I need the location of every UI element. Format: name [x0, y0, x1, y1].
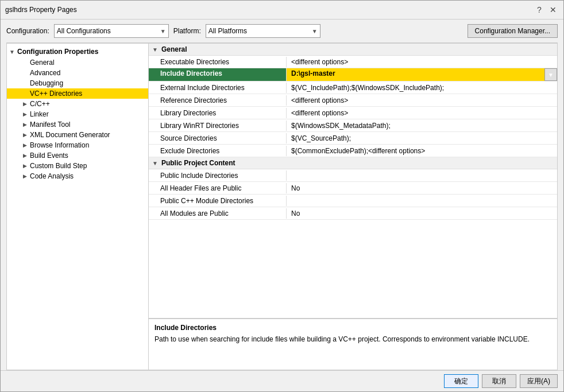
xml-doc-expander: ▶	[23, 132, 30, 138]
prop-value-lib-winrt-dirs: $(WindowsSDK_MetadataPath);	[287, 121, 557, 131]
manifest-expander: ▶	[23, 122, 30, 127]
left-panel: ▼ Configuration Properties General Advan…	[6, 43, 149, 370]
browse-info-expander: ▶	[23, 142, 30, 148]
sidebar-item-debugging[interactable]: Debugging	[7, 78, 148, 88]
main-content: ▼ Configuration Properties General Advan…	[6, 42, 558, 370]
toolbar: Configuration: All Configurations ▼ Plat…	[1, 20, 563, 42]
cpp-expander: ▶	[23, 101, 30, 107]
dialog-title: gslhdrs Property Pages	[5, 6, 77, 14]
prop-row-excl-dirs[interactable]: Exclude Directories $(CommonExcludePath)…	[149, 145, 557, 157]
sidebar-item-linker[interactable]: ▶ Linker	[7, 109, 148, 119]
prop-row-ext-include[interactable]: External Include Directories $(VC_Includ…	[149, 81, 557, 94]
platform-select[interactable]: All Platforms ▼	[206, 24, 320, 38]
prop-row-ref-dirs[interactable]: Reference Directories <different options…	[149, 94, 557, 107]
bottom-bar: 确定 取消 应用(A)	[1, 370, 563, 391]
sidebar-item-advanced[interactable]: Advanced	[7, 68, 148, 78]
prop-name-lib-winrt-dirs: Library WinRT Directories	[149, 121, 287, 131]
prop-value-ref-dirs: <different options>	[287, 95, 557, 106]
sidebar-item-cpp[interactable]: ▶ C/C++	[7, 99, 148, 109]
linker-expander: ▶	[23, 111, 30, 117]
config-select-arrow: ▼	[160, 28, 166, 34]
prop-name-excl-dirs: Exclude Directories	[149, 146, 287, 156]
prop-row-include-dirs[interactable]: Include Directories D:\gsl-master ▼	[149, 68, 557, 81]
prop-row-src-dirs[interactable]: Source Directories $(VC_SourcePath);	[149, 132, 557, 145]
sidebar-item-code-analysis[interactable]: ▶ Code Analysis	[7, 171, 148, 181]
platform-label: Platform:	[173, 27, 201, 35]
public-project-section-label: Public Project Content	[161, 159, 235, 167]
title-bar-buttons: ? ✕	[534, 4, 559, 15]
tree-root-item[interactable]: ▼ Configuration Properties	[7, 46, 148, 57]
prop-row-pub-include[interactable]: Public Include Directories	[149, 169, 557, 182]
prop-row-lib-winrt-dirs[interactable]: Library WinRT Directories $(WindowsSDK_M…	[149, 119, 557, 132]
prop-value-exec-dirs: <different options>	[287, 57, 557, 67]
prop-name-src-dirs: Source Directories	[149, 133, 287, 143]
platform-select-arrow: ▼	[312, 28, 318, 34]
prop-value-excl-dirs: $(CommonExcludePath);<different options>	[287, 146, 557, 156]
sidebar-item-browse-info[interactable]: ▶ Browse Information	[7, 140, 148, 150]
include-dirs-dropdown[interactable]: ▼	[544, 68, 557, 81]
general-collapse-icon: ▼	[152, 46, 158, 53]
code-analysis-expander: ▶	[23, 173, 30, 179]
config-manager-button[interactable]: Configuration Manager...	[468, 24, 558, 38]
help-button[interactable]: ?	[534, 4, 545, 15]
right-panel: ▼ General Executable Directories <differ…	[149, 43, 558, 370]
custom-build-expander: ▶	[23, 163, 30, 169]
sidebar-item-vc-directories[interactable]: VC++ Directories	[7, 88, 148, 99]
build-events-expander: ▶	[23, 153, 30, 158]
general-section-header[interactable]: ▼ General	[149, 44, 557, 56]
prop-row-all-header[interactable]: All Header Files are Public No	[149, 182, 557, 195]
prop-value-ext-include: $(VC_IncludePath);$(WindowsSDK_IncludePa…	[287, 83, 557, 93]
close-button[interactable]: ✕	[547, 4, 559, 15]
prop-value-pub-include	[287, 174, 557, 177]
public-project-collapse-icon: ▼	[152, 160, 158, 166]
title-bar: gslhdrs Property Pages ? ✕	[1, 1, 563, 20]
prop-row-lib-dirs[interactable]: Library Directories <different options>	[149, 107, 557, 119]
root-expander: ▼	[9, 49, 17, 55]
config-label: Configuration:	[6, 27, 49, 35]
sidebar-item-custom-build[interactable]: ▶ Custom Build Step	[7, 161, 148, 171]
sidebar-item-xml-doc[interactable]: ▶ XML Document Generator	[7, 130, 148, 140]
prop-row-all-modules[interactable]: All Modules are Public No	[149, 207, 557, 220]
prop-name-ref-dirs: Reference Directories	[149, 95, 287, 106]
prop-value-pub-cpp-dirs	[287, 200, 557, 202]
prop-value-include-dirs: D:\gsl-master	[287, 68, 544, 81]
property-pages-dialog: gslhdrs Property Pages ? ✕ Configuration…	[0, 0, 564, 392]
prop-name-include-dirs: Include Directories	[149, 68, 287, 81]
prop-name-pub-include: Public Include Directories	[149, 170, 287, 181]
prop-row-exec-dirs[interactable]: Executable Directories <different option…	[149, 56, 557, 68]
property-grid: ▼ General Executable Directories <differ…	[149, 44, 557, 318]
prop-name-exec-dirs: Executable Directories	[149, 57, 287, 67]
prop-name-pub-cpp-dirs: Public C++ Module Directories	[149, 196, 287, 206]
sidebar-item-build-events[interactable]: ▶ Build Events	[7, 150, 148, 161]
description-panel: Include Directories Path to use when sea…	[149, 318, 557, 370]
prop-name-lib-dirs: Library Directories	[149, 108, 287, 118]
tree-root-label: Configuration Properties	[17, 48, 146, 56]
prop-name-all-modules: All Modules are Public	[149, 208, 287, 219]
prop-name-all-header: All Header Files are Public	[149, 183, 287, 193]
prop-row-pub-cpp-dirs[interactable]: Public C++ Module Directories	[149, 195, 557, 207]
prop-value-lib-dirs: <different options>	[287, 108, 557, 118]
cancel-button[interactable]: 取消	[482, 374, 516, 388]
prop-value-src-dirs: $(VC_SourcePath);	[287, 133, 557, 143]
description-text: Path to use when searching for include f…	[154, 334, 551, 344]
prop-value-all-modules: No	[287, 208, 557, 219]
prop-value-all-header: No	[287, 183, 557, 193]
apply-button[interactable]: 应用(A)	[520, 374, 558, 388]
sidebar-item-general[interactable]: General	[7, 57, 148, 68]
description-title: Include Directories	[154, 324, 551, 332]
ok-button[interactable]: 确定	[444, 374, 478, 388]
config-select[interactable]: All Configurations ▼	[54, 24, 169, 38]
general-section-label: General	[161, 45, 187, 53]
sidebar-item-manifest-tool[interactable]: ▶ Manifest Tool	[7, 119, 148, 130]
prop-name-ext-include: External Include Directories	[149, 83, 287, 93]
public-project-section-header[interactable]: ▼ Public Project Content	[149, 157, 557, 169]
